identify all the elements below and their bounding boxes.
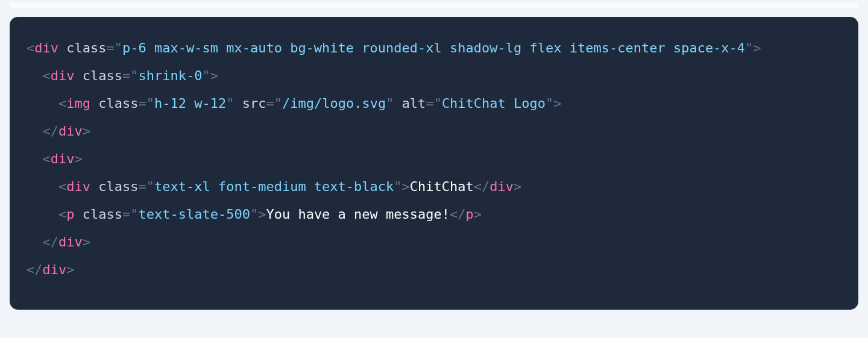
code-block[interactable]: <div class="p-6 max-w-sm mx-auto bg-whit… xyxy=(10,17,858,310)
code-content: <div class="p-6 max-w-sm mx-auto bg-whit… xyxy=(10,17,858,310)
preview-panel-hint xyxy=(10,2,858,8)
